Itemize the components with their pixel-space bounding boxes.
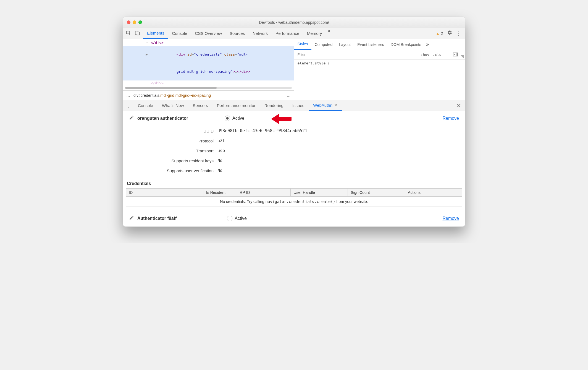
expand-icon[interactable]: ▶ bbox=[146, 52, 148, 56]
kebab-menu-icon[interactable]: ⋮ bbox=[456, 30, 461, 37]
main-tabs: Elements Console CSS Overview Sources Ne… bbox=[143, 28, 432, 39]
close-tab-icon[interactable]: ✕ bbox=[334, 103, 337, 107]
stab-event-listeners[interactable]: Event Listeners bbox=[354, 39, 387, 50]
credentials-empty: No credentials. Try calling navigator.cr… bbox=[126, 197, 462, 207]
drawer-tab-issues[interactable]: Issues bbox=[288, 100, 309, 111]
tab-css-overview[interactable]: CSS Overview bbox=[191, 28, 226, 39]
edit-icon[interactable] bbox=[129, 115, 134, 121]
tab-console[interactable]: Console bbox=[168, 28, 191, 39]
col-id: ID bbox=[126, 189, 203, 197]
hov-toggle[interactable]: :hov bbox=[421, 53, 429, 57]
stab-layout[interactable]: Layout bbox=[336, 39, 354, 50]
window-title: DevTools - webauthndemo.appspot.com/ bbox=[123, 20, 465, 25]
element-style-block[interactable]: element.style { bbox=[294, 59, 465, 67]
svg-rect-3 bbox=[453, 53, 458, 56]
traffic-lights bbox=[123, 20, 142, 24]
radio-icon bbox=[227, 216, 232, 221]
styles-tabs: Styles Computed Layout Event Listeners D… bbox=[294, 39, 465, 50]
remove-link-2[interactable]: Remove bbox=[442, 216, 459, 221]
main-toolbar: Elements Console CSS Overview Sources Ne… bbox=[123, 28, 465, 39]
drawer-close-icon[interactable]: ✕ bbox=[453, 102, 465, 109]
drawer-tab-webauthn[interactable]: WebAuthn ✕ bbox=[309, 100, 342, 111]
new-style-rule-icon[interactable]: ＋ bbox=[445, 51, 450, 58]
tab-memory[interactable]: Memory bbox=[303, 28, 326, 39]
toggle-sidebar-icon[interactable] bbox=[453, 52, 458, 58]
window-zoom-button[interactable] bbox=[138, 20, 142, 24]
col-user-handle: User Handle bbox=[291, 189, 348, 197]
active-radio-2[interactable]: Active bbox=[227, 216, 247, 221]
styles-tabs-overflow[interactable]: » bbox=[424, 41, 431, 47]
stab-computed[interactable]: Computed bbox=[311, 39, 336, 50]
styles-pane: Styles Computed Layout Event Listeners D… bbox=[294, 39, 465, 100]
warning-icon: ▲ bbox=[436, 31, 440, 36]
settings-icon[interactable] bbox=[447, 30, 452, 37]
breadcrumb[interactable]: … div#credentials.mdl-grid.mdl-grid--no-… bbox=[123, 90, 294, 100]
authenticator-details: UUIDd98e08fb-0efc-43e6-968c-99844cab6521… bbox=[123, 123, 465, 181]
tab-elements[interactable]: Elements bbox=[143, 28, 168, 39]
dom-tree[interactable]: ⋯</div> ▶ <div id="credentials" class="m… bbox=[123, 39, 294, 87]
stab-dom-breakpoints[interactable]: DOM Breakpoints bbox=[387, 39, 424, 50]
credentials-section: Credentials ID Is Resident RP ID User Ha… bbox=[123, 181, 465, 212]
drawer-tab-console[interactable]: Console bbox=[133, 100, 158, 111]
col-sign-count: Sign Count bbox=[348, 189, 405, 197]
cls-toggle[interactable]: .cls bbox=[433, 53, 441, 57]
window-close-button[interactable] bbox=[127, 20, 130, 24]
tab-network[interactable]: Network bbox=[249, 28, 272, 39]
radio-icon bbox=[225, 116, 230, 121]
titlebar: DevTools - webauthndemo.appspot.com/ bbox=[123, 17, 465, 28]
drawer-menu-icon[interactable]: ⋮ bbox=[123, 103, 133, 109]
remove-link[interactable]: Remove bbox=[442, 116, 459, 121]
authenticator-name-2: Authenticator f9aff bbox=[137, 216, 177, 221]
horizontal-scrollbar[interactable] bbox=[125, 87, 292, 89]
authenticator-header-2: Authenticator f9aff Active Remove bbox=[123, 212, 465, 226]
tab-performance[interactable]: Performance bbox=[272, 28, 303, 39]
authenticator-name: orangutan authenticator bbox=[137, 116, 188, 121]
drawer-tab-rendering[interactable]: Rendering bbox=[260, 100, 288, 111]
svg-rect-2 bbox=[137, 32, 139, 35]
edit-icon[interactable] bbox=[129, 215, 134, 222]
col-rpid: RP ID bbox=[237, 189, 291, 197]
authenticator-header: orangutan authenticator Active Remove bbox=[123, 111, 465, 123]
resize-handle[interactable] bbox=[461, 55, 464, 59]
drawer-tab-perf-monitor[interactable]: Performance monitor bbox=[212, 100, 260, 111]
active-radio[interactable]: Active bbox=[225, 116, 245, 121]
dom-tree-pane: ⋯</div> ▶ <div id="credentials" class="m… bbox=[123, 39, 294, 100]
device-toggle-icon[interactable] bbox=[135, 30, 140, 37]
warnings-badge[interactable]: ▲ 2 bbox=[436, 31, 443, 36]
styles-filter-input[interactable] bbox=[294, 50, 418, 59]
stab-styles[interactable]: Styles bbox=[294, 39, 311, 50]
credentials-heading: Credentials bbox=[126, 181, 462, 188]
tab-sources[interactable]: Sources bbox=[226, 28, 249, 39]
col-resident: Is Resident bbox=[203, 189, 237, 197]
drawer-tab-whats-new[interactable]: What's New bbox=[158, 100, 188, 111]
warning-count: 2 bbox=[441, 31, 443, 36]
col-actions: Actions bbox=[405, 189, 462, 197]
webauthn-panel: orangutan authenticator Active Remove UU… bbox=[123, 111, 465, 226]
window-minimize-button[interactable] bbox=[133, 20, 136, 24]
inspect-icon[interactable] bbox=[126, 30, 131, 37]
devtools-window: DevTools - webauthndemo.appspot.com/ Ele… bbox=[123, 17, 465, 227]
credentials-table: ID Is Resident RP ID User Handle Sign Co… bbox=[126, 188, 462, 207]
drawer-tab-sensors[interactable]: Sensors bbox=[188, 100, 212, 111]
tabs-overflow[interactable]: » bbox=[326, 28, 332, 39]
elements-body: ⋯</div> ▶ <div id="credentials" class="m… bbox=[123, 39, 465, 100]
drawer-tabs: ⋮ Console What's New Sensors Performance… bbox=[123, 100, 465, 111]
